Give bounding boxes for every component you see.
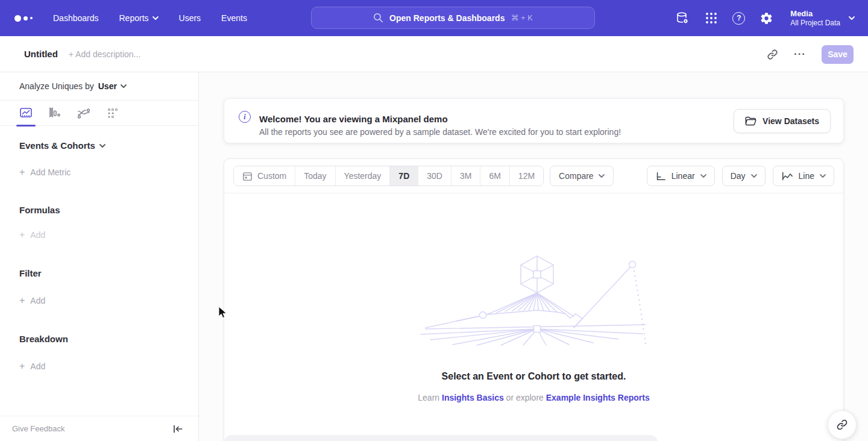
report-description-placeholder[interactable]: + Add description...	[69, 49, 140, 59]
selected-tab-underline	[16, 125, 36, 127]
mixpanel-logo-icon[interactable]	[14, 15, 33, 22]
banner-text: Welcome! You are viewing a Mixpanel demo…	[259, 104, 621, 139]
link-icon	[836, 419, 848, 431]
query-builder-sidebar: Analyze Uniques by User	[0, 72, 199, 441]
nav-users[interactable]: Users	[179, 13, 201, 23]
add-filter-button[interactable]: + Add	[19, 295, 198, 306]
formulas-section: Formulas + Add	[0, 205, 198, 240]
axis-icon	[655, 171, 666, 181]
chevron-down-icon	[700, 174, 706, 178]
settings-gear-icon[interactable]	[759, 11, 774, 26]
apps-grid-icon[interactable]	[703, 11, 719, 26]
view-datasets-button[interactable]: View Datasets	[734, 109, 831, 133]
help-icon[interactable]: ?	[732, 12, 745, 25]
tab-funnels[interactable]	[47, 105, 63, 121]
scale-dropdown[interactable]: Linear	[647, 166, 715, 186]
search-placeholder: Open Reports & Dashboards	[389, 13, 505, 23]
add-formula-button[interactable]: + Add	[19, 230, 198, 240]
tab-retention[interactable]	[105, 105, 121, 121]
main-content: i Welcome! You are viewing a Mixpanel de…	[199, 72, 868, 441]
project-selector[interactable]: Media All Project Data	[790, 9, 855, 28]
top-nav: Dashboards Reports Users Events Open Rep…	[0, 0, 868, 36]
range-custom[interactable]: Custom	[234, 166, 295, 186]
events-cohorts-label: Events & Cohorts	[19, 140, 95, 151]
add-metric-button[interactable]: + Add Metric	[19, 167, 198, 178]
help-glyph: ?	[737, 14, 741, 22]
save-button[interactable]: Save	[822, 45, 854, 64]
range-today-label: Today	[304, 171, 326, 181]
empty-state-illustration	[420, 254, 649, 346]
project-name: Media	[790, 9, 840, 19]
range-12m-label: 12M	[518, 171, 535, 181]
nav-reports[interactable]: Reports	[119, 13, 159, 23]
welcome-banner: i Welcome! You are viewing a Mixpanel de…	[224, 98, 844, 143]
more-options-icon[interactable]: ···	[794, 51, 806, 57]
analyze-uniques-dropdown[interactable]: User	[98, 81, 127, 91]
compare-label: Compare	[559, 171, 594, 181]
date-range-picker: Custom Today Yesterday 7D 30D 3M 6M 12M	[233, 166, 544, 186]
add-formula-label: Add	[30, 230, 45, 240]
range-12m[interactable]: 12M	[510, 166, 543, 186]
add-metric-label: Add Metric	[30, 167, 71, 177]
add-breakdown-label: Add	[30, 361, 45, 371]
search-shortcut: ⌘ + K	[511, 13, 533, 22]
view-datasets-label: View Datasets	[763, 116, 819, 126]
nav-events[interactable]: Events	[221, 13, 247, 23]
empty-state-links: Learn Insights Basics or explore Example…	[224, 393, 843, 402]
nav-dashboards-label: Dashboards	[53, 13, 99, 23]
range-6m[interactable]: 6M	[480, 166, 509, 186]
chevron-down-icon	[599, 174, 605, 178]
chart-type-label: Line	[799, 171, 814, 181]
chevron-down-icon	[820, 174, 826, 178]
filter-section: Filter + Add	[0, 268, 198, 306]
chart-display-controls: Linear Day Line	[647, 166, 834, 186]
global-search[interactable]: Open Reports & Dashboards ⌘ + K	[311, 7, 595, 29]
range-custom-label: Custom	[257, 171, 286, 181]
plus-icon: +	[19, 230, 25, 240]
range-30d-label: 30D	[427, 171, 442, 181]
range-today[interactable]: Today	[295, 166, 335, 186]
add-breakdown-button[interactable]: + Add	[19, 361, 198, 372]
compare-button[interactable]: Compare	[550, 166, 614, 186]
line-chart-icon	[781, 171, 793, 181]
example-reports-link[interactable]: Example Insights Reports	[546, 393, 650, 402]
learn-prefix: Learn	[418, 393, 442, 402]
tab-flows[interactable]	[76, 105, 92, 121]
nav-users-label: Users	[179, 13, 201, 23]
range-yesterday-label: Yesterday	[344, 171, 382, 181]
tab-insights[interactable]	[18, 105, 34, 121]
insights-basics-link[interactable]: Insights Basics	[442, 393, 504, 402]
nav-reports-label: Reports	[119, 13, 149, 23]
chevron-down-icon	[99, 144, 105, 148]
chevron-down-icon	[153, 16, 159, 20]
chart-type-dropdown[interactable]: Line	[773, 166, 834, 186]
range-7d-label: 7D	[398, 171, 409, 181]
events-cohorts-header[interactable]: Events & Cohorts	[19, 140, 198, 151]
report-title[interactable]: Untitled	[24, 49, 58, 59]
filter-header: Filter	[19, 268, 198, 278]
banner-subtitle: All the reports you see are powered by a…	[259, 125, 621, 139]
interval-dropdown[interactable]: Day	[722, 166, 766, 186]
collapse-sidebar-icon[interactable]	[173, 425, 183, 433]
range-30d[interactable]: 30D	[418, 166, 451, 186]
range-7d-selected[interactable]: 7D	[390, 166, 418, 186]
range-3m[interactable]: 3M	[451, 166, 480, 186]
give-feedback-link[interactable]: Give Feedback	[12, 424, 64, 433]
copy-link-icon[interactable]	[767, 49, 778, 60]
plus-icon: +	[19, 295, 25, 306]
data-management-icon[interactable]	[675, 11, 690, 26]
chart-controls: Custom Today Yesterday 7D 30D 3M 6M 12M …	[224, 159, 843, 193]
plus-icon: +	[19, 167, 25, 178]
share-link-fab[interactable]	[828, 410, 857, 439]
events-cohorts-section: Events & Cohorts + Add Metric	[0, 140, 198, 178]
analyze-value-label: User	[98, 81, 117, 91]
middle-text: or explore	[504, 393, 546, 402]
breakdown-header: Breakdown	[19, 334, 198, 344]
title-bar-actions: ··· Save	[767, 36, 854, 72]
nav-events-label: Events	[221, 13, 247, 23]
nav-dashboards[interactable]: Dashboards	[53, 13, 99, 23]
info-glyph: i	[244, 113, 245, 122]
range-yesterday[interactable]: Yesterday	[336, 166, 391, 186]
calendar-icon	[242, 171, 253, 181]
analyze-prefix-label: Analyze Uniques by	[19, 81, 94, 91]
